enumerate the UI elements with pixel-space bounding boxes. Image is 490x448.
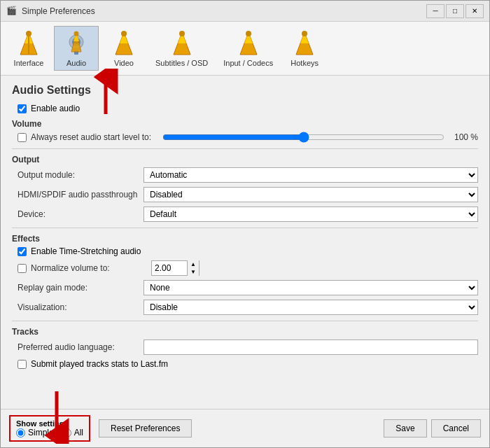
svg-point-23 bbox=[302, 31, 307, 36]
interface-label: Interface bbox=[14, 59, 44, 67]
reset-audio-label[interactable]: Always reset audio start level to: bbox=[31, 132, 157, 142]
cancel-button[interactable]: Cancel bbox=[431, 419, 481, 438]
output-module-row: Output module: Automatic DirectX audio o… bbox=[12, 167, 478, 183]
window-title: Simple Preferences bbox=[22, 6, 95, 16]
visualization-row: Visualization: Disable Spectrometer Scop… bbox=[12, 300, 478, 315]
input-icon bbox=[234, 29, 262, 57]
volume-section-label: Volume bbox=[12, 119, 478, 129]
device-row: Device: Default bbox=[12, 206, 478, 222]
close-button[interactable]: ✕ bbox=[465, 4, 484, 18]
save-button[interactable]: Save bbox=[384, 419, 426, 438]
effects-section-label: Effects bbox=[12, 234, 478, 244]
spin-up-button[interactable]: ▲ bbox=[188, 260, 199, 268]
preferred-lang-row: Preferred audio language: bbox=[12, 340, 478, 355]
toolbar-item-subtitles[interactable]: Subtitles / OSD bbox=[149, 26, 214, 71]
video-label: Video bbox=[114, 59, 134, 67]
hotkeys-icon bbox=[290, 29, 318, 57]
replay-row: Replay gain mode: None Track Album bbox=[12, 280, 478, 295]
normalize-row: Normalize volume to: ▲ ▼ bbox=[12, 260, 478, 276]
device-label: Device: bbox=[18, 209, 144, 219]
normalize-spinner: ▲ ▼ bbox=[151, 260, 200, 276]
svg-point-17 bbox=[179, 31, 185, 36]
svg-point-14 bbox=[121, 31, 127, 36]
svg-point-20 bbox=[246, 31, 251, 36]
interface-icon bbox=[15, 29, 43, 57]
content-area: Audio Settings Enable audio Volume Alway… bbox=[1, 76, 489, 409]
preferred-lang-label: Preferred audio language: bbox=[18, 342, 144, 352]
app-icon: 🎬 bbox=[6, 6, 18, 17]
replay-select[interactable]: None Track Album bbox=[144, 280, 478, 295]
enable-audio-row: Enable audio bbox=[12, 104, 478, 113]
spin-down-button[interactable]: ▼ bbox=[188, 268, 199, 276]
minimize-button[interactable]: ─ bbox=[426, 4, 444, 18]
volume-slider[interactable] bbox=[162, 132, 444, 143]
hdmi-label: HDMI/SPDIF audio passthrough bbox=[18, 190, 144, 200]
enable-audio-checkbox[interactable] bbox=[18, 104, 27, 113]
subtitles-icon bbox=[168, 29, 196, 57]
titlebar-controls: ─ □ ✕ bbox=[426, 4, 484, 18]
main-window: 🎬 Simple Preferences ─ □ ✕ Interface bbox=[0, 0, 490, 448]
submit-stats-label[interactable]: Submit played tracks stats to Last.fm bbox=[31, 359, 168, 369]
submit-stats-checkbox[interactable] bbox=[18, 360, 27, 369]
audio-label: Audio bbox=[66, 59, 86, 67]
toolbar-item-input[interactable]: Input / Codecs bbox=[217, 26, 279, 71]
normalize-input[interactable] bbox=[152, 262, 187, 274]
titlebar-left: 🎬 Simple Preferences bbox=[6, 6, 95, 17]
video-icon bbox=[110, 29, 138, 57]
submit-stats-row: Submit played tracks stats to Last.fm bbox=[12, 359, 478, 369]
input-label: Input / Codecs bbox=[223, 59, 273, 67]
enable-audio-label[interactable]: Enable audio bbox=[31, 104, 80, 113]
replay-label: Replay gain mode: bbox=[18, 283, 144, 293]
maximize-button[interactable]: □ bbox=[446, 4, 464, 18]
output-module-select[interactable]: Automatic DirectX audio output WinMM aud… bbox=[144, 167, 478, 183]
tracks-section-label: Tracks bbox=[12, 327, 478, 337]
spin-arrows: ▲ ▼ bbox=[187, 260, 199, 276]
toolbar-item-interface[interactable]: Interface bbox=[6, 26, 51, 71]
hdmi-select[interactable]: Disabled Enabled bbox=[144, 187, 478, 202]
normalize-label[interactable]: Normalize volume to: bbox=[31, 263, 151, 273]
svg-point-11 bbox=[74, 31, 79, 36]
volume-slider-row: Always reset audio start level to: 100 % bbox=[12, 132, 478, 143]
tracks-divider bbox=[12, 321, 478, 321]
hotkeys-label: Hotkeys bbox=[290, 59, 318, 67]
hdmi-row: HDMI/SPDIF audio passthrough Disabled En… bbox=[12, 187, 478, 202]
effects-divider bbox=[12, 227, 478, 228]
svg-point-2 bbox=[26, 31, 31, 36]
simple-radio[interactable] bbox=[16, 428, 25, 438]
toolbar-item-hotkeys[interactable]: Hotkeys bbox=[282, 26, 327, 71]
device-select[interactable]: Default bbox=[144, 206, 478, 222]
page-title: Audio Settings bbox=[12, 84, 478, 97]
time-stretch-row: Enable Time-Stretching audio bbox=[12, 246, 478, 256]
footer-buttons: Save Cancel bbox=[384, 419, 481, 438]
normalize-checkbox[interactable] bbox=[18, 264, 27, 273]
visualization-label: Visualization: bbox=[18, 302, 144, 312]
visualization-select[interactable]: Disable Spectrometer Scope VU meter bbox=[144, 300, 478, 315]
toolbar-item-audio[interactable]: Audio bbox=[54, 26, 99, 71]
output-section-label: Output bbox=[12, 155, 478, 164]
time-stretch-checkbox[interactable] bbox=[18, 247, 27, 256]
subtitles-label: Subtitles / OSD bbox=[155, 59, 208, 67]
time-stretch-label[interactable]: Enable Time-Stretching audio bbox=[31, 246, 141, 256]
volume-value: 100 % bbox=[450, 132, 478, 142]
output-divider bbox=[12, 148, 478, 149]
output-module-label: Output module: bbox=[18, 170, 144, 180]
titlebar: 🎬 Simple Preferences ─ □ ✕ bbox=[1, 1, 489, 22]
audio-icon bbox=[62, 29, 90, 57]
reset-preferences-button[interactable]: Reset Preferences bbox=[99, 419, 192, 438]
preferred-lang-input[interactable] bbox=[144, 340, 478, 355]
toolbar-item-video[interactable]: Video bbox=[102, 26, 146, 71]
reset-audio-checkbox[interactable] bbox=[18, 133, 27, 142]
toolbar: Interface Audio bbox=[1, 22, 489, 76]
